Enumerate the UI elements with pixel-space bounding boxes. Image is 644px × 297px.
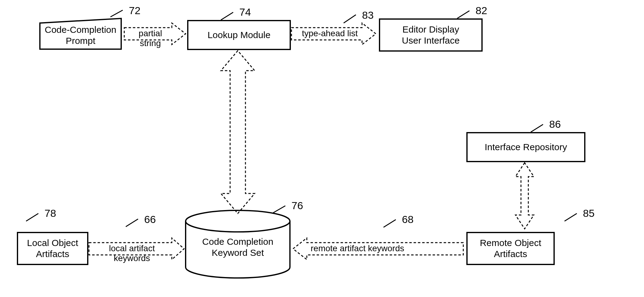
ref-tick-82 — [457, 11, 469, 18]
ref-tick-78 — [26, 213, 38, 221]
svg-point-0 — [186, 210, 290, 232]
ref-68: 68 — [402, 213, 414, 225]
ref-74: 74 — [239, 6, 251, 18]
ref-86: 86 — [549, 118, 561, 130]
local-artifact-keywords-label: local artifact keywords — [91, 244, 173, 263]
editor-display-label: Editor Display User Interface — [402, 24, 460, 46]
ref-tick-85 — [565, 213, 577, 221]
interface-repository-label: Interface Repository — [485, 142, 567, 153]
ref-82: 82 — [476, 5, 487, 17]
ref-tick-66 — [126, 219, 138, 227]
ref-tick-76 — [273, 206, 285, 213]
ref-78: 78 — [44, 207, 56, 219]
ref-83: 83 — [362, 9, 374, 21]
ref-tick-72 — [110, 10, 123, 17]
local-object-artifacts-label: Local Object Artifacts — [27, 237, 78, 260]
partial-string-label: partial string — [127, 29, 173, 48]
remote-artifact-keywords-label: remote artifact keywords — [310, 244, 405, 253]
ref-66: 66 — [144, 213, 156, 225]
interface-repository-box: Interface Repository — [466, 132, 585, 162]
ref-tick-74 — [221, 12, 233, 20]
code-completion-prompt-label: Code-Completion Prompt — [41, 23, 120, 48]
ref-85: 85 — [583, 207, 595, 219]
ref-tick-83 — [344, 15, 356, 23]
arrow-interface-remote — [515, 163, 534, 229]
remote-object-artifacts-label: Remote Object Artifacts — [480, 237, 541, 260]
ref-tick-86 — [531, 124, 543, 132]
ref-72: 72 — [129, 5, 141, 17]
remote-object-artifacts-box: Remote Object Artifacts — [466, 232, 555, 265]
lookup-module-box: Lookup Module — [187, 20, 291, 50]
type-ahead-list-label: type-ahead list — [298, 29, 362, 38]
local-object-artifacts-box: Local Object Artifacts — [17, 232, 88, 265]
ref-tick-68 — [384, 220, 396, 227]
ref-76: 76 — [291, 200, 303, 212]
lookup-module-label: Lookup Module — [207, 29, 270, 41]
code-completion-keyword-set-label: Code Completion Keyword Set — [189, 232, 287, 263]
editor-display-box: Editor Display User Interface — [379, 18, 483, 52]
arrow-lookup-keyword-shape — [221, 51, 255, 213]
